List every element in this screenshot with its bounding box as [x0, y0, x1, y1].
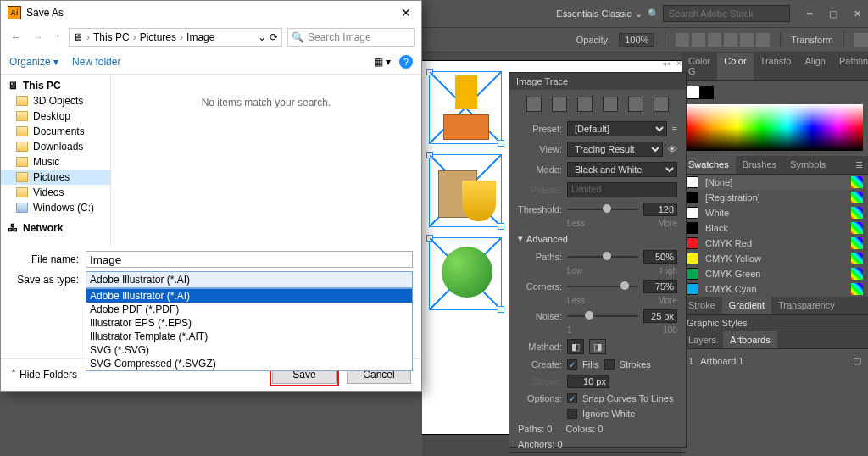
tab-artboards[interactable]: Artboards [723, 331, 777, 348]
ignore-white-checkbox[interactable] [567, 409, 577, 419]
tab-gradient[interactable]: Gradient [722, 297, 771, 314]
selection-box[interactable] [429, 71, 502, 144]
crumb[interactable]: Image [186, 31, 214, 43]
dialog-titlebar[interactable]: Ai Save As ✕ [1, 1, 421, 25]
format-option[interactable]: Adobe PDF (*.PDF) [86, 303, 412, 316]
format-option[interactable]: SVG (*.SVG) [86, 343, 412, 357]
swatch-row[interactable]: CMYK Green [682, 266, 868, 281]
file-list[interactable]: No items match your search. [111, 75, 421, 246]
mode-select[interactable]: Black and White [567, 162, 677, 177]
format-option[interactable]: Adobe Illustrator (*.AI) [86, 289, 412, 303]
tree-header-network[interactable]: 🖧Network [1, 220, 110, 236]
saveastype-list[interactable]: Adobe Illustrator (*.AI)Adobe PDF (*.PDF… [86, 288, 413, 371]
breadcrumb[interactable]: 🖥› This PC› Pictures› Image ⌄ ⟳ [69, 28, 282, 47]
isolate-icon[interactable] [854, 33, 868, 47]
selection-box[interactable] [429, 154, 502, 227]
tree-item[interactable]: Videos [1, 185, 110, 200]
snap-checkbox[interactable]: ✓ [567, 393, 577, 403]
swatch-row[interactable]: Black [682, 220, 868, 236]
opacity-value[interactable]: 100% [619, 33, 654, 47]
tab-transparency[interactable]: Transparency [771, 297, 842, 314]
swatch-row[interactable]: [None] [682, 175, 868, 190]
nav-up-icon[interactable]: ↑ [52, 31, 64, 43]
method-abutting-icon[interactable]: ◧ [567, 339, 584, 354]
view-select[interactable]: Tracing Result [567, 142, 663, 157]
threshold-slider[interactable] [567, 203, 638, 215]
fill-stroke-swatch[interactable] [687, 86, 863, 99]
gradient-tabs[interactable]: Stroke Gradient Transparency [682, 297, 868, 314]
method-overlap-icon[interactable]: ◨ [589, 339, 606, 354]
minimize-icon[interactable]: ━ [804, 8, 815, 19]
new-folder-button[interactable]: New folder [72, 56, 120, 68]
tab-layers[interactable]: Layers [682, 331, 723, 348]
swatch-row[interactable]: CMYK Cyan [682, 281, 868, 297]
organize-menu[interactable]: Organize ▾ [9, 56, 58, 68]
swatch-row[interactable]: CMYK Yellow [682, 251, 868, 266]
noise-slider[interactable] [567, 310, 638, 322]
eye-icon[interactable]: 👁 [668, 144, 677, 154]
tree-item[interactable]: Pictures [1, 170, 110, 185]
stock-search-input[interactable] [663, 5, 790, 22]
folder-tree[interactable]: 🖥This PC 3D ObjectsDesktopDocumentsDownl… [1, 75, 111, 246]
format-option[interactable]: Illustrator EPS (*.EPS) [86, 316, 412, 330]
tab-brushes[interactable]: Brushes [736, 156, 783, 174]
transform-label[interactable]: Transform [791, 35, 833, 45]
threshold-value[interactable]: 128 [643, 203, 677, 216]
corners-slider[interactable] [567, 281, 638, 292]
close-icon[interactable]: ✕ [851, 8, 863, 19]
tree-item[interactable]: Downloads [1, 139, 110, 154]
noise-value[interactable]: 25 px [643, 309, 677, 323]
trace-preset-icons[interactable] [509, 90, 686, 119]
maximize-icon[interactable]: ▢ [827, 8, 839, 19]
strokes-checkbox[interactable] [604, 359, 615, 370]
view-mode-icon[interactable]: ▦ ▾ [374, 56, 391, 68]
dialog-search[interactable]: 🔍 Search Image [287, 28, 415, 47]
help-icon[interactable]: ? [399, 55, 413, 69]
swatch-row[interactable]: White [682, 205, 868, 220]
color-panel-tabs[interactable]: Color G Color Transfo Align Pathfin [682, 53, 868, 81]
saveastype-selected[interactable]: Adobe Illustrator (*.AI) [86, 271, 413, 288]
tab-swatches[interactable]: Swatches [682, 156, 736, 174]
advanced-toggle[interactable]: ▾Advanced [509, 230, 686, 247]
tab-color[interactable]: Color [717, 53, 753, 80]
preset-menu-icon[interactable]: ≡ [672, 124, 677, 134]
crumb[interactable]: This PC [93, 31, 130, 43]
tab-pathfinder[interactable]: Pathfin [832, 53, 868, 80]
nav-back-icon[interactable]: ← [8, 31, 25, 43]
saveastype-dropdown[interactable]: Adobe Illustrator (*.AI) Adobe Illustrat… [86, 271, 413, 288]
format-option[interactable]: Illustrator Template (*.AIT) [86, 330, 412, 343]
fills-checkbox[interactable]: ✓ [567, 359, 577, 370]
tree-item[interactable]: 3D Objects [1, 93, 110, 108]
layers-tabs[interactable]: Layers Artboards [682, 331, 868, 349]
list-view-icon[interactable]: ≣ [850, 156, 868, 174]
swatch-row[interactable]: CMYK Red [682, 236, 868, 251]
align-icons[interactable] [676, 33, 770, 47]
refresh-icon[interactable]: ⟳ [270, 31, 278, 43]
workspace-switcher[interactable]: Essentials Classic ⌄ [556, 8, 643, 19]
artboard-options-icon[interactable]: ▢ [853, 355, 861, 366]
format-option[interactable]: SVG Compressed (*.SVGZ) [86, 357, 412, 370]
tab-align[interactable]: Align [798, 53, 832, 80]
paths-value[interactable]: 50% [643, 250, 677, 264]
tab-transform[interactable]: Transfo [754, 53, 798, 80]
graphic-styles-header[interactable]: Graphic Styles [682, 314, 868, 331]
preset-select[interactable]: [Default] [567, 121, 667, 136]
swatch-row[interactable]: [Registration] [682, 190, 868, 205]
chevron-down-icon[interactable]: ⌄ [258, 31, 266, 43]
tree-item[interactable]: Documents [1, 124, 110, 139]
tree-item[interactable]: Desktop [1, 108, 110, 124]
tree-header-thispc[interactable]: 🖥This PC [1, 78, 110, 93]
panel-dock-controls[interactable]: ◂◂✕ [662, 58, 682, 68]
paths-slider[interactable] [567, 251, 638, 263]
filename-input[interactable] [86, 251, 413, 268]
swatch-list[interactable]: [None][Registration]WhiteBlackCMYK RedCM… [682, 175, 868, 297]
swatches-tabs[interactable]: Swatches Brushes Symbols ≣ [682, 156, 868, 175]
color-spectrum[interactable] [687, 104, 863, 151]
tab-symbols[interactable]: Symbols [783, 156, 832, 174]
image-trace-header[interactable]: Image Trace [509, 73, 686, 90]
tab-colorguide[interactable]: Color G [682, 53, 717, 80]
hide-folders-toggle[interactable]: ˄ Hide Folders [11, 369, 77, 381]
crumb[interactable]: Pictures [140, 31, 176, 43]
selection-box[interactable] [429, 237, 502, 310]
tab-stroke[interactable]: Stroke [682, 297, 722, 314]
